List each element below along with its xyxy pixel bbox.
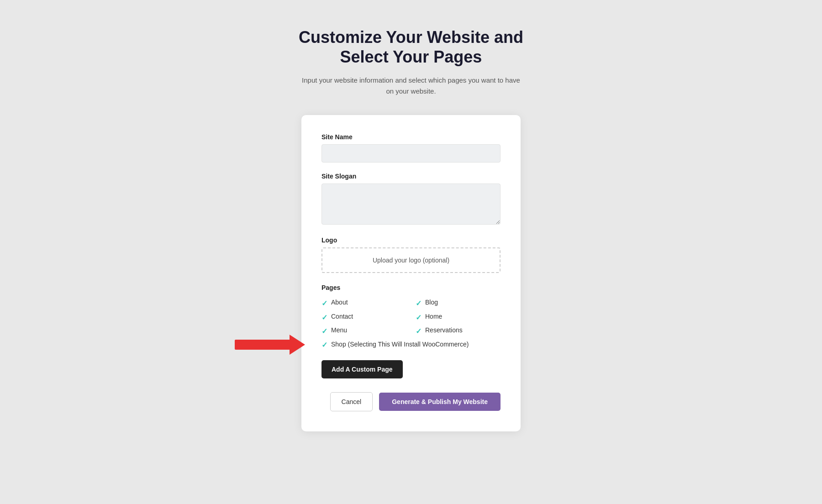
site-name-label: Site Name xyxy=(321,133,501,141)
footer-actions: Cancel Generate & Publish My Website xyxy=(321,392,501,411)
check-icon-menu: ✓ xyxy=(321,327,327,336)
page-item-about[interactable]: ✓ About xyxy=(321,299,406,308)
shop-row-container: ✓ Shop (Selecting This Will Install WooC… xyxy=(321,340,501,349)
pages-label: Pages xyxy=(321,284,501,291)
check-icon-home: ✓ xyxy=(416,313,422,322)
add-custom-page-button[interactable]: Add A Custom Page xyxy=(321,360,403,378)
publish-button[interactable]: Generate & Publish My Website xyxy=(379,393,501,411)
page-title: Customize Your Website and Select Your P… xyxy=(299,27,523,67)
pages-grid: ✓ About ✓ Blog ✓ Contact ✓ Home ✓ Menu ✓… xyxy=(321,299,501,336)
page-label-home: Home xyxy=(425,313,442,320)
check-icon-reservations: ✓ xyxy=(416,327,422,336)
page-item-contact[interactable]: ✓ Contact xyxy=(321,313,406,322)
check-icon-contact: ✓ xyxy=(321,313,327,322)
annotation-arrow xyxy=(235,335,305,355)
page-item-blog[interactable]: ✓ Blog xyxy=(416,299,501,308)
logo-upload-area[interactable]: Upload your logo (optional) xyxy=(321,247,501,273)
cancel-button[interactable]: Cancel xyxy=(330,392,373,411)
page-label-shop: Shop (Selecting This Will Install WooCom… xyxy=(331,340,469,349)
check-icon-blog: ✓ xyxy=(416,299,422,308)
page-label-reservations: Reservations xyxy=(425,326,463,334)
page-subtitle: Input your website information and selec… xyxy=(301,75,521,97)
arrow-head xyxy=(290,335,305,355)
site-slogan-input[interactable] xyxy=(321,184,501,225)
main-card: Site Name Site Slogan Logo Upload your l… xyxy=(301,115,521,431)
page-label-contact: Contact xyxy=(331,313,353,320)
page-label-blog: Blog xyxy=(425,299,438,306)
page-label-about: About xyxy=(331,299,348,306)
page-item-home[interactable]: ✓ Home xyxy=(416,313,501,322)
arrow-shaft xyxy=(235,340,290,350)
site-name-input[interactable] xyxy=(321,144,501,163)
page-item-menu[interactable]: ✓ Menu xyxy=(321,326,406,336)
logo-label: Logo xyxy=(321,236,501,244)
check-icon-about: ✓ xyxy=(321,299,327,308)
page-item-shop[interactable]: ✓ Shop (Selecting This Will Install WooC… xyxy=(321,340,501,349)
site-slogan-label: Site Slogan xyxy=(321,173,501,180)
page-item-reservations[interactable]: ✓ Reservations xyxy=(416,326,501,336)
page-label-menu: Menu xyxy=(331,326,347,334)
check-icon-shop: ✓ xyxy=(321,341,327,349)
